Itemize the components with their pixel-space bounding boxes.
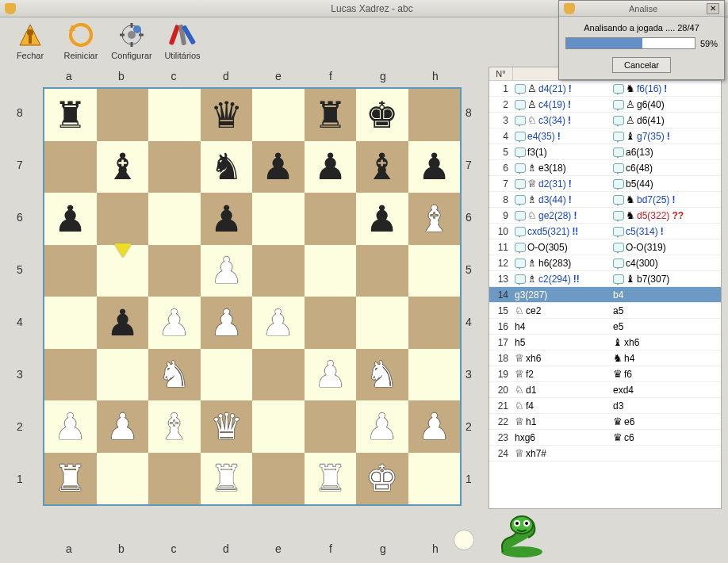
square-a2[interactable]: ♟ <box>44 400 97 453</box>
square-g8[interactable]: ♚ <box>356 89 408 141</box>
move-cell[interactable]: ♗e3(18) <box>513 162 611 174</box>
move-cell[interactable]: ♝b7(307) <box>611 273 710 285</box>
cancel-button[interactable]: Cancelar <box>612 57 671 73</box>
move-cell[interactable]: ♕h1 <box>513 416 611 427</box>
move-cell[interactable]: ♙d4(21)! <box>513 82 611 94</box>
fechar-button[interactable]: Fechar <box>8 21 52 60</box>
move-cell[interactable]: ♘ce2 <box>513 304 611 316</box>
move-cell[interactable]: O-O(305) <box>513 242 611 253</box>
square-f7[interactable]: ♟ <box>305 141 357 193</box>
move-cell[interactable]: ♙c4(19)! <box>513 98 611 110</box>
move-cell[interactable]: ♝g7(35)! <box>611 130 710 142</box>
square-e4[interactable]: ♟ <box>252 297 305 349</box>
square-h2[interactable]: ♟ <box>408 400 461 453</box>
move-cell[interactable]: ♙d6(41) <box>611 114 710 126</box>
move-row[interactable]: 17h5♝xh6 <box>489 335 721 350</box>
move-cell[interactable]: ♘d1 <box>513 384 611 396</box>
square-h5[interactable] <box>408 245 461 297</box>
square-b4[interactable]: ♟ <box>97 297 149 349</box>
move-cell[interactable]: hxg6 <box>513 432 611 443</box>
move-cell[interactable]: b5(44) <box>611 178 710 190</box>
square-d6[interactable]: ♟ <box>201 193 253 245</box>
square-f3[interactable]: ♟ <box>305 349 357 401</box>
move-row[interactable]: 3♘c3(34)!♙d6(41) <box>489 113 721 128</box>
move-row[interactable]: 14g3(287)b4 <box>489 287 721 303</box>
square-h6[interactable]: ♝ <box>408 193 461 245</box>
square-b5[interactable] <box>97 245 149 297</box>
chessboard[interactable]: ♜♛♜♚♝♞♟♟♝♟♟♟♟♝♟♟♟♟♟♞♟♞♟♟♝♛♟♟♜♜♜♚ <box>43 87 462 506</box>
move-cell[interactable]: b4 <box>611 289 710 301</box>
square-e7[interactable]: ♟ <box>252 141 305 193</box>
square-g6[interactable]: ♟ <box>356 193 408 245</box>
move-cell[interactable]: e4(35)! <box>513 131 611 142</box>
square-c8[interactable] <box>148 89 201 141</box>
move-cell[interactable]: cxd5(321)!! <box>513 226 611 237</box>
move-row[interactable]: 7♕d2(31)!b5(44) <box>489 176 721 192</box>
square-b8[interactable] <box>97 89 149 141</box>
square-e1[interactable] <box>252 453 305 505</box>
square-h3[interactable] <box>408 349 461 401</box>
move-cell[interactable]: e5 <box>611 321 710 332</box>
square-b6[interactable] <box>97 193 149 245</box>
move-cell[interactable]: ♗c2(294)!! <box>513 273 611 285</box>
square-c4[interactable]: ♟ <box>148 297 201 349</box>
move-row[interactable]: 19♕f2♛f6 <box>489 366 721 382</box>
move-row[interactable]: 4e4(35)!♝g7(35)! <box>489 128 721 144</box>
move-cell[interactable]: ♛c6 <box>611 431 710 443</box>
square-a4[interactable] <box>44 297 97 349</box>
move-cell[interactable]: ♘ge2(28)! <box>513 209 611 221</box>
move-cell[interactable]: ♗d3(44)! <box>513 193 611 205</box>
square-d2[interactable]: ♛ <box>201 400 253 453</box>
move-cell[interactable]: O-O(319) <box>611 242 710 253</box>
square-f6[interactable] <box>305 193 357 245</box>
move-cell[interactable]: ♕xh7# <box>513 447 611 459</box>
move-row[interactable]: 15♘ce2a5 <box>489 303 721 319</box>
square-a8[interactable]: ♜ <box>44 89 97 141</box>
move-row[interactable]: 18♕xh6♞h4 <box>489 350 721 366</box>
move-row[interactable]: 12♗h6(283)c4(300) <box>489 255 721 271</box>
square-h4[interactable] <box>408 297 461 349</box>
move-cell[interactable]: ♛f6 <box>611 368 710 380</box>
square-f4[interactable] <box>305 297 357 349</box>
square-c1[interactable] <box>148 453 201 505</box>
move-cell[interactable]: c4(300) <box>611 258 710 269</box>
square-b7[interactable]: ♝ <box>97 141 149 193</box>
move-row[interactable]: 22♕h1♛e6 <box>489 414 721 430</box>
square-h8[interactable] <box>408 89 461 141</box>
move-cell[interactable]: ♞h4 <box>611 352 710 364</box>
move-cell[interactable]: ♞f6(16)! <box>611 82 710 94</box>
move-cell[interactable]: exd4 <box>611 385 710 396</box>
utilitarios-button[interactable]: Utilitários <box>160 21 205 60</box>
square-a3[interactable] <box>44 349 97 401</box>
square-d7[interactable]: ♞ <box>201 141 253 193</box>
configurar-button[interactable]: Configurar <box>109 21 154 60</box>
move-cell[interactable]: ♞bd7(25)! <box>611 193 710 205</box>
move-cell[interactable]: ♙g6(40) <box>611 98 710 110</box>
move-cell[interactable]: f3(1) <box>513 147 611 158</box>
square-b3[interactable] <box>97 349 149 401</box>
moves-panel[interactable]: N° B 1♙d4(21)!♞f6(16)!2♙c4(19)!♙g6(40)3♘… <box>489 67 722 509</box>
square-a6[interactable]: ♟ <box>44 193 97 245</box>
square-c2[interactable]: ♝ <box>148 400 201 453</box>
square-d1[interactable]: ♜ <box>201 453 253 505</box>
move-cell[interactable]: c6(48) <box>611 163 710 174</box>
square-h1[interactable] <box>408 453 461 505</box>
move-row[interactable]: 16h4e5 <box>489 319 721 335</box>
reiniciar-button[interactable]: Reiniciar <box>59 21 103 60</box>
move-row[interactable]: 1♙d4(21)!♞f6(16)! <box>489 81 721 97</box>
move-cell[interactable]: h5 <box>513 337 611 348</box>
move-cell[interactable]: a5 <box>611 305 710 316</box>
move-row[interactable]: 8♗d3(44)!♞bd7(25)! <box>489 192 721 208</box>
square-e3[interactable] <box>252 349 305 401</box>
square-g3[interactable]: ♞ <box>356 349 408 401</box>
square-e5[interactable] <box>252 245 305 297</box>
square-b1[interactable] <box>97 453 149 505</box>
move-row[interactable]: 2♙c4(19)!♙g6(40) <box>489 97 721 113</box>
move-cell[interactable]: ♛e6 <box>611 416 710 427</box>
move-cell[interactable]: h4 <box>513 321 611 332</box>
square-a7[interactable] <box>44 141 97 193</box>
move-row[interactable]: 23hxg6♛c6 <box>489 430 721 446</box>
move-cell[interactable]: ♕f2 <box>513 368 611 380</box>
move-cell[interactable]: ♗h6(283) <box>513 257 611 269</box>
move-cell[interactable]: ♞d5(322)?? <box>611 209 710 221</box>
